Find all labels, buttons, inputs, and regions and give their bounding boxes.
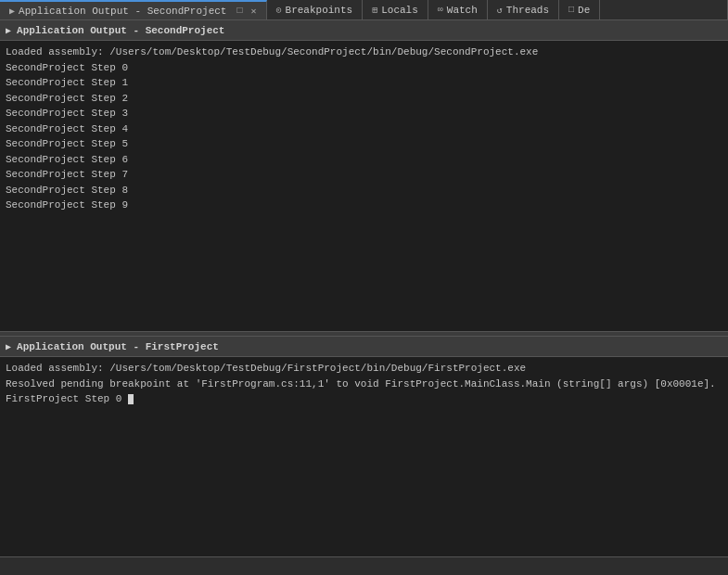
text-cursor <box>128 394 134 404</box>
tab-watch[interactable]: ∞ Watch <box>428 0 488 19</box>
output-line: SecondProject Step 1 <box>6 75 722 91</box>
upper-panel-content: Loaded assembly: /Users/tom/Desktop/Test… <box>0 41 728 331</box>
output-line: FirstProject Step 0 <box>6 391 722 407</box>
lower-panel-title: Application Output - FirstProject <box>17 341 219 352</box>
output-line: SecondProject Step 0 <box>6 60 722 76</box>
tab-label-locals: Locals <box>381 5 418 16</box>
upper-panel-icon: ▶ <box>6 25 11 36</box>
upper-panel-title: Application Output - SecondProject <box>17 25 224 36</box>
output-line: Resolved pending breakpoint at 'FirstPro… <box>6 377 722 392</box>
tab-icon-second: ▶ <box>9 6 15 17</box>
tab-application-output-second[interactable]: ▶ Application Output - SecondProject □ ✕ <box>0 0 267 19</box>
tab-separator <box>600 0 728 19</box>
tab-locals[interactable]: ⊞ Locals <box>363 0 428 19</box>
tab-label-breakpoints: Breakpoints <box>286 5 353 16</box>
upper-panel-header: ▶ Application Output - SecondProject <box>0 20 728 41</box>
bottom-bar <box>0 556 728 575</box>
tab-threads[interactable]: ↺ Threads <box>488 0 559 19</box>
tab-label-second: Application Output - SecondProject <box>19 6 226 17</box>
tab-de[interactable]: □ De <box>559 0 600 19</box>
output-line: SecondProject Step 6 <box>6 152 722 168</box>
tab-icon-locals: ⊞ <box>372 5 377 16</box>
lower-panel-icon: ▶ <box>6 341 11 352</box>
tab-close-x[interactable]: ✕ <box>250 6 256 17</box>
output-line: SecondProject Step 9 <box>6 198 722 213</box>
tab-icon-breakpoints: ⊙ <box>276 5 282 16</box>
output-line: Loaded assembly: /Users/tom/Desktop/Test… <box>6 45 722 60</box>
output-line: SecondProject Step 4 <box>6 121 722 137</box>
lower-panel-header: ▶ Application Output - FirstProject <box>0 337 728 357</box>
tab-label-watch: Watch <box>447 5 478 16</box>
output-line: SecondProject Step 3 <box>6 106 722 121</box>
tab-close-second[interactable]: □ <box>234 6 245 17</box>
output-line: SecondProject Step 7 <box>6 167 722 183</box>
output-line: SecondProject Step 2 <box>6 91 722 107</box>
output-line: SecondProject Step 5 <box>6 136 722 152</box>
tab-icon-de: □ <box>568 5 574 15</box>
tab-breakpoints[interactable]: ⊙ Breakpoints <box>267 0 364 19</box>
output-line: SecondProject Step 8 <box>6 183 722 198</box>
lower-panel-content: Loaded assembly: /Users/tom/Desktop/Test… <box>0 357 728 556</box>
tab-label-de: De <box>578 5 590 16</box>
upper-panel: ▶ Application Output - SecondProject Loa… <box>0 20 728 331</box>
output-line: Loaded assembly: /Users/tom/Desktop/Test… <box>6 361 722 377</box>
tab-icon-watch: ∞ <box>438 5 443 15</box>
tab-icon-threads: ↺ <box>497 5 503 16</box>
tab-label-threads: Threads <box>506 5 549 16</box>
lower-panel: ▶ Application Output - FirstProject Load… <box>0 337 728 556</box>
tab-bar: ▶ Application Output - SecondProject □ ✕… <box>0 0 728 20</box>
